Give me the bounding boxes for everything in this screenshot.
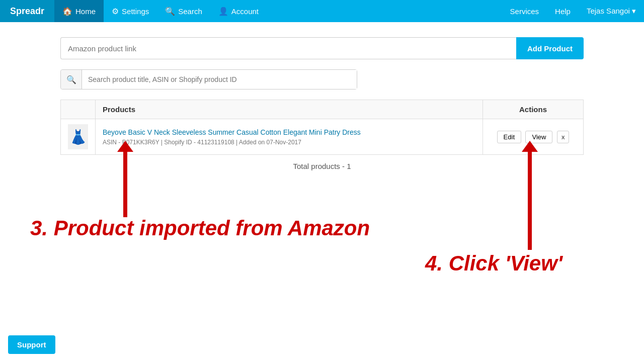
nav-services[interactable]: Services [502,0,547,22]
add-product-button[interactable]: Add Product [516,37,584,59]
dress-icon: 👗 [69,129,87,145]
nav-settings[interactable]: ⚙ Settings [104,0,157,22]
search-icon-button[interactable]: 🔍 [61,70,82,89]
nav-account-label: Account [231,7,259,16]
product-meta: ASIN - B071KK3R6Y | Shopify ID - 4112311… [103,139,475,146]
col-thumbnail [61,100,96,119]
support-button[interactable]: Support [8,335,55,354]
nav-search[interactable]: 🔍 Search [157,0,210,22]
home-icon: 🏠 [62,7,72,16]
account-icon: 👤 [218,7,228,16]
product-thumbnail-cell: 👗 [61,119,96,155]
products-table: Products Actions 👗 Beyove Basic V Neck S… [60,100,584,155]
nav-home-label: Home [75,7,96,16]
total-products: Total products - 1 [60,155,584,177]
amazon-link-input[interactable] [60,37,516,59]
col-actions: Actions [483,100,584,119]
product-title-link[interactable]: Beyove Basic V Neck Sleeveless Summer Ca… [103,128,361,136]
nav-settings-label: Settings [122,7,149,16]
product-thumbnail: 👗 [68,124,88,149]
search-nav-icon: 🔍 [165,7,175,16]
nav-items: 🏠 Home ⚙ Settings 🔍 Search 👤 Account [54,0,502,22]
delete-button[interactable]: x [557,131,570,143]
product-search-input[interactable] [82,70,357,89]
settings-icon: ⚙ [112,7,119,16]
nav-account[interactable]: 👤 Account [210,0,267,22]
nav-search-label: Search [178,7,202,16]
product-search-row: 🔍 [60,69,357,89]
col-products: Products [96,100,483,119]
nav-help[interactable]: Help [547,0,579,22]
navbar: Spreadr 🏠 Home ⚙ Settings 🔍 Search 👤 Acc… [0,0,644,22]
nav-user[interactable]: Tejas Sangoi ▾ [579,0,644,22]
brand-logo[interactable]: Spreadr [0,0,54,22]
table-row: 👗 Beyove Basic V Neck Sleeveless Summer … [61,119,584,155]
main-content: Add Product 🔍 Products Actions 👗 [0,22,644,177]
add-product-row: Add Product [60,37,584,59]
view-button[interactable]: View [525,131,552,143]
nav-home[interactable]: 🏠 Home [54,0,104,22]
navbar-right: Services Help Tejas Sangoi ▾ [502,0,644,22]
annotation-4: 4. Click 'View' [425,251,562,276]
search-icon: 🔍 [66,75,76,84]
product-actions-cell: Edit View x [483,119,584,155]
table-header-row: Products Actions [61,100,584,119]
annotation-3: 3. Product imported from Amazon [30,216,370,240]
product-info-cell: Beyove Basic V Neck Sleeveless Summer Ca… [96,119,483,155]
edit-button[interactable]: Edit [497,131,521,143]
